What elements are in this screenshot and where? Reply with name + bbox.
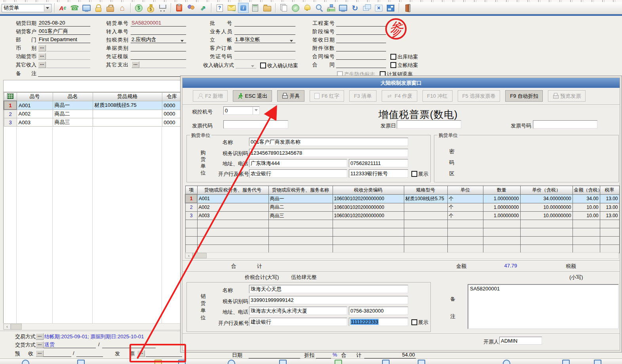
scroll-left-button[interactable]: ‹	[4, 324, 11, 330]
scroll-left-button[interactable]: ‹	[185, 253, 192, 258]
buyer-address-input[interactable]: 广东珠海444	[249, 159, 347, 167]
row-number[interactable]: 2	[4, 110, 17, 118]
windows-copy-icon[interactable]	[361, 3, 372, 13]
cell[interactable]	[93, 118, 162, 127]
customer-field[interactable]: 001客户厂商	[38, 28, 90, 35]
cell[interactable]: 10.00	[573, 212, 600, 220]
prepay-field[interactable]	[44, 350, 71, 357]
users-icon[interactable]	[186, 3, 196, 13]
sign-date-field[interactable]	[336, 36, 386, 43]
cell[interactable]: 1.00000000	[483, 203, 520, 212]
sitemap-icon[interactable]	[326, 3, 337, 13]
seller-phone-input[interactable]: 0756-3820000	[349, 307, 408, 315]
table-row[interactable]: 2 A002 商品二 0000	[4, 110, 182, 118]
transfer-no-field[interactable]	[131, 28, 186, 35]
cell[interactable]: A002	[17, 110, 53, 118]
account-close-checkbox[interactable]	[390, 62, 396, 68]
f3-list-button[interactable]: F3 清单	[349, 90, 377, 102]
folder-icon[interactable]	[262, 3, 272, 13]
outbound-close-checkbox[interactable]	[390, 54, 396, 60]
voucher-no-field[interactable]	[234, 53, 295, 60]
invoice-window-titlebar[interactable]: 大陆税制发票窗口	[183, 78, 620, 88]
delivery-method-field[interactable]: 送货	[44, 341, 96, 348]
doc-class-field[interactable]	[131, 45, 186, 51]
sale-date-field[interactable]: 2025-08-20	[38, 20, 90, 27]
documents-icon[interactable]	[278, 3, 289, 13]
clipboard-icon[interactable]	[174, 3, 185, 13]
lock-icon[interactable]	[93, 3, 104, 13]
esc-exit-button[interactable]: ESC 退出	[233, 90, 272, 102]
info-icon[interactable]: i	[238, 3, 249, 13]
remark-textarea[interactable]: SA58200001	[468, 284, 619, 329]
seller-show-checkbox[interactable]	[411, 319, 417, 325]
f6-red-letter-button[interactable]: F6 红字	[310, 90, 344, 102]
refresh-icon[interactable]	[350, 3, 360, 13]
scroll-thumb[interactable]	[192, 253, 207, 258]
f10-reverse-button[interactable]: F10 冲红	[422, 90, 453, 102]
items-hscrollbar[interactable]: ‹	[185, 252, 619, 259]
delivery-lookup-button[interactable]	[36, 341, 44, 348]
app-window-icon[interactable]	[385, 3, 396, 13]
memo-field[interactable]	[38, 70, 181, 77]
contract-field[interactable]	[336, 61, 386, 68]
revenue-confirm-checkbox[interactable]	[260, 63, 266, 68]
cell[interactable]	[93, 110, 162, 118]
tax-type-combo[interactable]: 2.应税内含	[131, 36, 186, 43]
cell[interactable]: 个	[447, 194, 483, 203]
cell[interactable]: 10.00	[573, 203, 600, 212]
cell[interactable]: 个	[447, 212, 483, 220]
cell[interactable]: 商品二	[53, 110, 93, 118]
abc-text-icon[interactable]: Ac	[57, 3, 68, 13]
trade-terms-value[interactable]: 结帐期:2025-09-01; 票据到期日:2025-10-01	[44, 333, 144, 340]
f9-auto-discount-button[interactable]: F9 自动折扣	[505, 90, 543, 102]
help-icon[interactable]: ?	[214, 3, 225, 13]
phase-no-field[interactable]	[336, 28, 386, 35]
issuer-input[interactable]: ADMIN	[499, 337, 542, 345]
cell[interactable]: 商品一	[53, 101, 93, 110]
salesperson-field[interactable]	[234, 28, 295, 35]
table-row[interactable]: 1 A001 商品一 1060301020200000000 材质1008线径5…	[185, 194, 619, 203]
cell[interactable]: 10.00000000	[520, 203, 573, 212]
buyer-name-input[interactable]: 001客户厂商发票名称	[249, 138, 408, 146]
project-no-field[interactable]	[336, 20, 386, 27]
customer-po-field[interactable]	[234, 45, 295, 51]
monitor-icon[interactable]	[338, 3, 348, 13]
cell[interactable]: 商品三	[268, 212, 333, 220]
buyer-phone-input[interactable]: 07562821111	[349, 159, 408, 167]
seller-taxid-input[interactable]: 339901999999142	[249, 296, 408, 304]
cell[interactable]: 1.00000000	[483, 212, 520, 220]
currency-field[interactable]	[46, 45, 90, 51]
cell[interactable]: 10.00000000	[520, 212, 573, 220]
cell[interactable]: 34.00	[573, 194, 600, 203]
row-number[interactable]: 3	[185, 212, 197, 220]
other-expense-field[interactable]	[140, 61, 186, 68]
table-row[interactable]: 3 A003 商品三 1060301020200000000 个 1.00000…	[185, 212, 619, 220]
column-header[interactable]: 仓库	[162, 93, 182, 101]
cell[interactable]: 13.00	[600, 203, 619, 212]
invoice-number-input[interactable]	[533, 120, 597, 129]
row-number[interactable]: 1	[4, 101, 17, 110]
order-no-field[interactable]: SA58200001	[131, 20, 186, 27]
f4-void-button[interactable]: F4 作废	[382, 90, 417, 102]
prepay-field-2[interactable]	[76, 350, 103, 357]
cell[interactable]: 0000	[162, 118, 182, 127]
delivery-extra-field[interactable]	[102, 341, 156, 348]
seller-address-input[interactable]: 珠海吉大水湾头水湾大厦	[249, 307, 347, 315]
doc-type-combo[interactable]: 销货单	[2, 4, 51, 12]
other-expense-lookup-button[interactable]	[131, 61, 139, 68]
cell[interactable]: A002	[197, 203, 268, 212]
invoice-lookup-button[interactable]	[137, 350, 145, 357]
cell[interactable]: 0000	[162, 101, 182, 110]
buyer-taxid-input[interactable]: 123456789012345678	[249, 149, 408, 157]
mail-forward-icon[interactable]	[226, 3, 237, 13]
cell[interactable]: 1060301020200000000	[333, 212, 404, 220]
trade-lookup-button[interactable]	[36, 333, 44, 340]
cell[interactable]: 13.00	[600, 212, 619, 220]
column-header[interactable]: 品名	[53, 93, 93, 101]
account-mode-combo[interactable]: 1.单张立帐	[234, 36, 295, 43]
func-currency-lookup-button[interactable]	[38, 53, 46, 60]
cell[interactable]: 1060301020200000000	[333, 203, 404, 212]
share-arrows-icon[interactable]	[198, 3, 208, 13]
seller-account-input[interactable]: 1111222333	[349, 318, 408, 326]
close-window-icon[interactable]: ×	[373, 3, 384, 13]
